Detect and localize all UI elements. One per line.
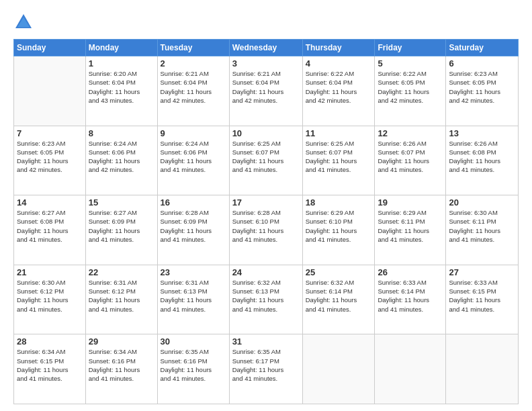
day-info: Sunrise: 6:32 AM Sunset: 6:14 PM Dayligh…: [306, 278, 372, 314]
day-info: Sunrise: 6:28 AM Sunset: 6:09 PM Dayligh…: [161, 208, 226, 244]
logo-icon: [13, 12, 34, 32]
calendar-cell: 5Sunrise: 6:22 AM Sunset: 6:05 PM Daylig…: [375, 56, 446, 126]
calendar-cell: 10Sunrise: 6:25 AM Sunset: 6:07 PM Dayli…: [229, 126, 302, 195]
weekday-header-sunday: Sunday: [14, 40, 86, 56]
day-number: 15: [89, 197, 154, 208]
calendar-cell: 17Sunrise: 6:28 AM Sunset: 6:10 PM Dayli…: [229, 195, 302, 265]
week-row-2: 7Sunrise: 6:23 AM Sunset: 6:05 PM Daylig…: [14, 126, 519, 195]
weekday-header-thursday: Thursday: [302, 40, 375, 56]
day-number: 19: [378, 197, 443, 208]
day-info: Sunrise: 6:23 AM Sunset: 6:05 PM Dayligh…: [17, 139, 83, 175]
day-info: Sunrise: 6:35 AM Sunset: 6:17 PM Dayligh…: [232, 347, 300, 383]
day-number: 11: [306, 128, 372, 138]
calendar-cell: [14, 56, 86, 126]
day-number: 9: [161, 128, 226, 138]
day-info: Sunrise: 6:33 AM Sunset: 6:15 PM Dayligh…: [449, 278, 515, 314]
weekday-header-wednesday: Wednesday: [229, 40, 302, 56]
day-info: Sunrise: 6:30 AM Sunset: 6:11 PM Dayligh…: [449, 208, 515, 244]
calendar-cell: 7Sunrise: 6:23 AM Sunset: 6:05 PM Daylig…: [14, 126, 86, 195]
day-info: Sunrise: 6:35 AM Sunset: 6:16 PM Dayligh…: [161, 347, 226, 383]
calendar-cell: 28Sunrise: 6:34 AM Sunset: 6:15 PM Dayli…: [14, 334, 86, 404]
day-info: Sunrise: 6:23 AM Sunset: 6:05 PM Dayligh…: [449, 69, 515, 105]
day-info: Sunrise: 6:25 AM Sunset: 6:07 PM Dayligh…: [232, 139, 300, 175]
day-number: 1: [89, 58, 154, 68]
calendar-cell: 20Sunrise: 6:30 AM Sunset: 6:11 PM Dayli…: [446, 195, 519, 265]
day-info: Sunrise: 6:27 AM Sunset: 6:08 PM Dayligh…: [17, 208, 83, 244]
day-info: Sunrise: 6:21 AM Sunset: 6:04 PM Dayligh…: [161, 69, 226, 105]
day-number: 3: [232, 58, 300, 68]
calendar-cell: 4Sunrise: 6:22 AM Sunset: 6:04 PM Daylig…: [302, 56, 375, 126]
calendar-cell: 30Sunrise: 6:35 AM Sunset: 6:16 PM Dayli…: [157, 334, 229, 404]
calendar-cell: 31Sunrise: 6:35 AM Sunset: 6:17 PM Dayli…: [229, 334, 302, 404]
calendar-cell: 26Sunrise: 6:33 AM Sunset: 6:14 PM Dayli…: [375, 265, 446, 334]
day-info: Sunrise: 6:27 AM Sunset: 6:09 PM Dayligh…: [89, 208, 154, 244]
day-info: Sunrise: 6:30 AM Sunset: 6:12 PM Dayligh…: [17, 278, 83, 314]
week-row-1: 1Sunrise: 6:20 AM Sunset: 6:04 PM Daylig…: [14, 56, 519, 126]
day-number: 8: [89, 128, 154, 138]
calendar-cell: 24Sunrise: 6:32 AM Sunset: 6:13 PM Dayli…: [229, 265, 302, 334]
day-number: 20: [449, 197, 515, 208]
weekday-header-monday: Monday: [85, 40, 157, 56]
calendar-cell: 15Sunrise: 6:27 AM Sunset: 6:09 PM Dayli…: [85, 195, 157, 265]
calendar-cell: 13Sunrise: 6:26 AM Sunset: 6:08 PM Dayli…: [446, 126, 519, 195]
day-number: 18: [306, 197, 372, 208]
day-number: 5: [378, 58, 443, 68]
day-info: Sunrise: 6:29 AM Sunset: 6:11 PM Dayligh…: [378, 208, 443, 244]
day-info: Sunrise: 6:31 AM Sunset: 6:13 PM Dayligh…: [161, 278, 226, 314]
day-info: Sunrise: 6:26 AM Sunset: 6:08 PM Dayligh…: [449, 139, 515, 175]
day-number: 25: [306, 267, 372, 277]
calendar-cell: 8Sunrise: 6:24 AM Sunset: 6:06 PM Daylig…: [85, 126, 157, 195]
calendar-cell: 14Sunrise: 6:27 AM Sunset: 6:08 PM Dayli…: [14, 195, 86, 265]
day-number: 28: [17, 336, 83, 347]
week-row-4: 21Sunrise: 6:30 AM Sunset: 6:12 PM Dayli…: [14, 265, 519, 334]
day-info: Sunrise: 6:28 AM Sunset: 6:10 PM Dayligh…: [232, 208, 300, 244]
calendar-cell: [302, 334, 375, 404]
day-info: Sunrise: 6:22 AM Sunset: 6:04 PM Dayligh…: [306, 69, 372, 105]
header-row: SundayMondayTuesdayWednesdayThursdayFrid…: [14, 40, 519, 56]
day-info: Sunrise: 6:29 AM Sunset: 6:10 PM Dayligh…: [306, 208, 372, 244]
day-number: 29: [89, 336, 154, 347]
calendar-cell: 2Sunrise: 6:21 AM Sunset: 6:04 PM Daylig…: [157, 56, 229, 126]
day-number: 24: [232, 267, 300, 277]
weekday-header-tuesday: Tuesday: [157, 40, 229, 56]
calendar-cell: 21Sunrise: 6:30 AM Sunset: 6:12 PM Dayli…: [14, 265, 86, 334]
day-number: 14: [17, 197, 83, 208]
day-number: 22: [89, 267, 154, 277]
logo: [13, 12, 36, 32]
calendar-cell: 12Sunrise: 6:26 AM Sunset: 6:07 PM Dayli…: [375, 126, 446, 195]
day-number: 6: [449, 58, 515, 68]
calendar-cell: 27Sunrise: 6:33 AM Sunset: 6:15 PM Dayli…: [446, 265, 519, 334]
page: SundayMondayTuesdayWednesdayThursdayFrid…: [0, 0, 532, 411]
week-row-5: 28Sunrise: 6:34 AM Sunset: 6:15 PM Dayli…: [14, 334, 519, 404]
day-info: Sunrise: 6:33 AM Sunset: 6:14 PM Dayligh…: [378, 278, 443, 314]
calendar-cell: [375, 334, 446, 404]
day-info: Sunrise: 6:26 AM Sunset: 6:07 PM Dayligh…: [378, 139, 443, 175]
calendar-cell: 1Sunrise: 6:20 AM Sunset: 6:04 PM Daylig…: [85, 56, 157, 126]
calendar-header: SundayMondayTuesdayWednesdayThursdayFrid…: [14, 40, 519, 56]
calendar-cell: 6Sunrise: 6:23 AM Sunset: 6:05 PM Daylig…: [446, 56, 519, 126]
day-number: 4: [306, 58, 372, 68]
calendar-cell: 25Sunrise: 6:32 AM Sunset: 6:14 PM Dayli…: [302, 265, 375, 334]
day-number: 27: [449, 267, 515, 277]
day-info: Sunrise: 6:20 AM Sunset: 6:04 PM Dayligh…: [89, 69, 154, 105]
day-info: Sunrise: 6:22 AM Sunset: 6:05 PM Dayligh…: [378, 69, 443, 105]
calendar-cell: 3Sunrise: 6:21 AM Sunset: 6:04 PM Daylig…: [229, 56, 302, 126]
day-number: 16: [161, 197, 226, 208]
calendar-cell: 23Sunrise: 6:31 AM Sunset: 6:13 PM Dayli…: [157, 265, 229, 334]
day-number: 12: [378, 128, 443, 138]
calendar-body: 1Sunrise: 6:20 AM Sunset: 6:04 PM Daylig…: [14, 56, 519, 404]
calendar-cell: [446, 334, 519, 404]
calendar-cell: 16Sunrise: 6:28 AM Sunset: 6:09 PM Dayli…: [157, 195, 229, 265]
week-row-3: 14Sunrise: 6:27 AM Sunset: 6:08 PM Dayli…: [14, 195, 519, 265]
calendar-cell: 19Sunrise: 6:29 AM Sunset: 6:11 PM Dayli…: [375, 195, 446, 265]
day-info: Sunrise: 6:31 AM Sunset: 6:12 PM Dayligh…: [89, 278, 154, 314]
calendar-cell: 9Sunrise: 6:24 AM Sunset: 6:06 PM Daylig…: [157, 126, 229, 195]
day-info: Sunrise: 6:24 AM Sunset: 6:06 PM Dayligh…: [89, 139, 154, 175]
day-number: 30: [161, 336, 226, 347]
weekday-header-saturday: Saturday: [446, 40, 519, 56]
day-number: 23: [161, 267, 226, 277]
day-info: Sunrise: 6:21 AM Sunset: 6:04 PM Dayligh…: [232, 69, 300, 105]
day-number: 26: [378, 267, 443, 277]
day-info: Sunrise: 6:34 AM Sunset: 6:15 PM Dayligh…: [17, 347, 83, 383]
day-number: 7: [17, 128, 83, 138]
